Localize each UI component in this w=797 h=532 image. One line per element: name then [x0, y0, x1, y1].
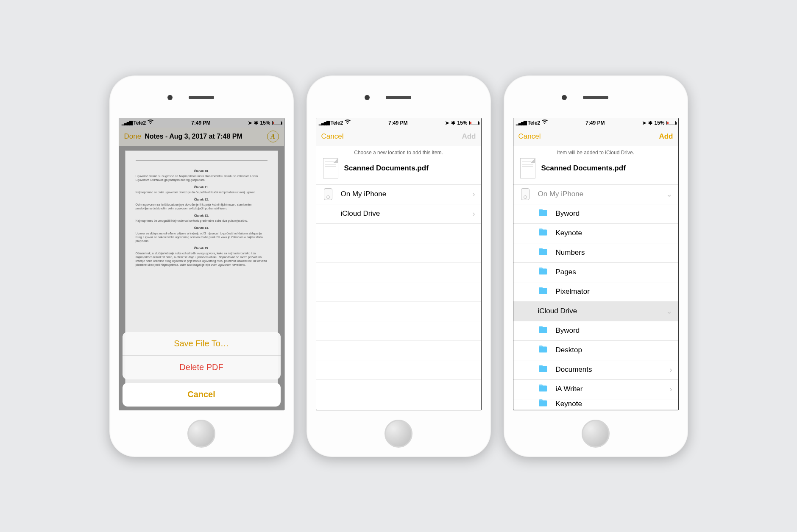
article-heading: Članak 14. — [136, 226, 268, 230]
article-text: Ugovor se sklapa na određeno vrijeme u t… — [136, 231, 268, 243]
locations-list: On My iPhone › iCloud Drive › — [316, 185, 481, 224]
chevron-right-icon: › — [473, 190, 475, 199]
phone-frame-1: ▁▃▅▇ Tele2 7:49 PM ➤ ✱ 15% Done Notes - … — [109, 75, 294, 457]
chevron-right-icon: › — [473, 209, 475, 218]
nav-bar: Cancel Add — [513, 128, 678, 146]
battery-icon — [272, 121, 281, 125]
markup-button[interactable]: A — [267, 131, 279, 142]
chevron-down-icon: ⌄ — [666, 306, 672, 316]
location-icon: ➤ — [642, 120, 647, 126]
article-heading: Članak 10. — [136, 169, 268, 173]
row-label: Documents — [556, 365, 670, 374]
nav-bar: Done Notes - Aug 3, 2017 at 7:48 PM A — [119, 128, 284, 146]
cloud-icon — [322, 209, 334, 219]
phone-frame-3: ▁▃▅▇ Tele2 7:49 PM ➤ ✱ 15% Cancel Add It… — [504, 75, 688, 457]
status-bar: ▁▃▅▇ Tele2 7:49 PM ➤ ✱ 15% — [316, 118, 481, 128]
folder-row[interactable]: Pixelmator — [513, 282, 678, 302]
chevron-down-icon: ⌄ — [666, 189, 672, 199]
device-icon — [521, 188, 529, 200]
bluetooth-icon: ✱ — [254, 120, 258, 126]
folder-icon — [538, 363, 549, 376]
folder-icon — [538, 227, 549, 240]
section-row[interactable]: iCloud Drive⌄ — [513, 302, 678, 321]
folder-icon — [538, 324, 549, 337]
row-label: Pixelmator — [556, 287, 672, 296]
carrier-label: Tele2 — [134, 120, 146, 126]
location-row[interactable]: iCloud Drive › — [316, 204, 481, 224]
chevron-right-icon: › — [670, 365, 672, 374]
folder-row[interactable]: Keynote — [513, 224, 678, 243]
instruction-label: Item will be added to iCloud Drive. — [513, 146, 678, 158]
folder-row[interactable]: Pages — [513, 263, 678, 282]
wifi-icon — [542, 119, 548, 126]
folder-row[interactable]: Byword — [513, 204, 678, 224]
document-header: Scanned Documents.pdf — [513, 158, 678, 185]
wifi-icon — [148, 119, 153, 126]
carrier-label: Tele2 — [528, 120, 541, 126]
article-text: Najmoprimac se ovim ugovorom obvezuje da… — [136, 190, 268, 194]
folder-row[interactable]: Numbers — [513, 243, 678, 263]
location-label: On My iPhone — [341, 190, 473, 198]
folder-row[interactable]: Documents› — [513, 360, 678, 380]
row-label: On My iPhone — [538, 190, 666, 198]
folder-icon — [538, 399, 549, 409]
home-button[interactable] — [582, 420, 610, 448]
row-label: iCloud Drive — [538, 307, 666, 315]
done-button[interactable]: Done — [124, 132, 142, 141]
empty-rows — [316, 224, 481, 380]
save-file-to-button[interactable]: Save File To… — [123, 332, 281, 356]
folder-icon — [538, 266, 549, 279]
folder-icon — [538, 285, 549, 298]
wifi-icon — [345, 119, 351, 126]
battery-pct: 15% — [457, 120, 467, 126]
home-button[interactable] — [385, 420, 412, 448]
signal-icon: ▁▃▅▇ — [516, 120, 526, 125]
document-header: Scanned Documents.pdf — [316, 158, 481, 185]
folder-row[interactable]: Byword — [513, 321, 678, 341]
clock-label: 7:49 PM — [388, 120, 407, 126]
battery-pct: 15% — [260, 120, 270, 126]
folder-row[interactable]: Desktop — [513, 341, 678, 360]
article-heading: Članak 11. — [136, 185, 268, 189]
signal-icon: ▁▃▅▇ — [319, 120, 329, 125]
document-icon — [323, 158, 338, 178]
status-bar: ▁▃▅▇ Tele2 7:49 PM ➤ ✱ 15% — [513, 118, 678, 128]
location-label: iCloud Drive — [341, 209, 473, 218]
folder-icon — [538, 246, 549, 259]
phone-frame-2: ▁▃▅▇ Tele2 7:49 PM ➤ ✱ 15% Cancel Add Ch… — [307, 75, 491, 457]
home-button[interactable] — [187, 420, 215, 448]
cancel-button[interactable]: Cancel — [123, 383, 281, 407]
nav-bar: Cancel Add — [316, 128, 481, 146]
row-label: Byword — [556, 326, 672, 335]
folder-icon — [538, 207, 549, 220]
delete-pdf-button[interactable]: Delete PDF — [123, 356, 281, 379]
add-button: Add — [462, 132, 476, 141]
row-label: Keynote — [556, 229, 672, 237]
folder-row[interactable]: iA Writer› — [513, 380, 678, 399]
article-text: Ugovorne strane su suglasne da Najmoprim… — [136, 174, 268, 182]
folder-icon — [538, 344, 549, 357]
cloud-icon — [519, 306, 531, 317]
row-label: Byword — [556, 209, 672, 218]
row-label: iA Writer — [556, 385, 670, 393]
battery-icon — [469, 121, 479, 125]
section-row[interactable]: On My iPhone⌄ — [513, 185, 678, 204]
article-text: Ovim ugovorom se izričito zabranjuje dov… — [136, 203, 268, 210]
location-row[interactable]: On My iPhone › — [316, 185, 481, 204]
row-label: Keynote — [556, 400, 672, 408]
status-bar: ▁▃▅▇ Tele2 7:49 PM ➤ ✱ 15% — [119, 118, 284, 128]
folder-icon — [538, 383, 549, 396]
carrier-label: Tele2 — [331, 120, 343, 126]
cancel-button[interactable]: Cancel — [518, 132, 541, 141]
cancel-button[interactable]: Cancel — [321, 132, 344, 141]
device-icon — [324, 188, 332, 200]
folder-list: On My iPhone⌄ Byword Keynote Numbers Pag… — [513, 185, 678, 409]
article-heading: Članak 13. — [136, 214, 268, 217]
article-text: Otkazni rok, u slučaju kršenja neke od o… — [136, 251, 268, 267]
location-icon: ➤ — [445, 120, 449, 126]
folder-row[interactable]: Keynote — [513, 399, 678, 409]
location-icon: ➤ — [248, 120, 252, 126]
row-label: Desktop — [556, 346, 672, 354]
add-button[interactable]: Add — [659, 132, 673, 141]
action-sheet: Save File To… Delete PDF Cancel — [123, 332, 281, 407]
